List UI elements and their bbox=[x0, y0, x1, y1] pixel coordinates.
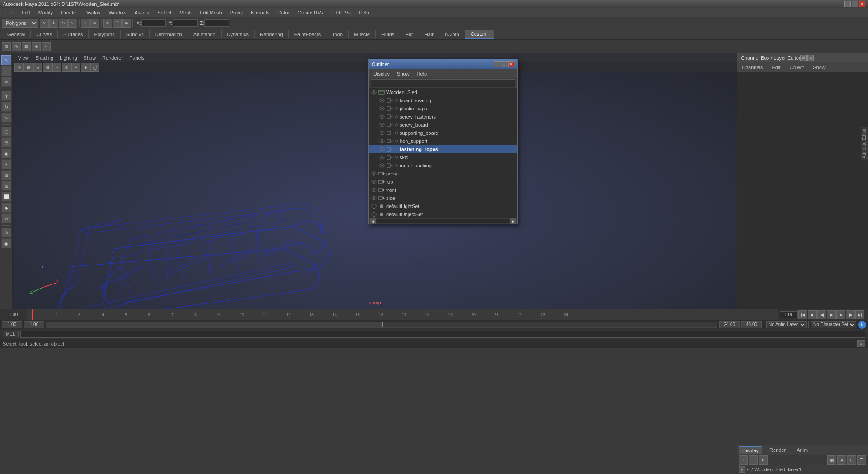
auto-key-btn[interactable]: K bbox=[858, 321, 866, 329]
go-start-btn[interactable]: |◀ bbox=[798, 310, 807, 319]
layer-tab-render[interactable]: Render bbox=[766, 446, 789, 454]
maximize-button[interactable]: □ bbox=[852, 1, 858, 7]
vp-menu-shading[interactable]: Shading bbox=[33, 55, 56, 61]
move-tool-btn[interactable]: ✛ bbox=[1, 91, 11, 101]
layer-icon-1[interactable]: ▦ bbox=[827, 455, 836, 465]
cut-btn[interactable]: ✂ bbox=[1, 159, 11, 169]
range-start-input[interactable]: 1.00 bbox=[2, 321, 22, 328]
next-frame-btn[interactable]: ▶ bbox=[836, 310, 845, 319]
snap-curve[interactable]: ⌒ bbox=[113, 19, 122, 28]
outliner-maximize[interactable]: □ bbox=[501, 61, 507, 67]
tree-item-persp[interactable]: persp bbox=[369, 170, 517, 178]
layer-options-btn[interactable]: ⚙ bbox=[759, 455, 768, 465]
close-button[interactable]: ✕ bbox=[859, 1, 865, 7]
outliner-scrollbar-h[interactable]: ◀ ▶ bbox=[369, 218, 517, 224]
tab-rendering[interactable]: Rendering bbox=[255, 30, 289, 38]
vp-menu-renderer[interactable]: Renderer bbox=[99, 55, 126, 61]
tree-item-skid[interactable]: skid bbox=[369, 153, 517, 161]
cb-tab-channels[interactable]: Channels bbox=[739, 64, 765, 71]
cb-tab-show[interactable]: Show bbox=[810, 64, 828, 71]
vis-icon-wooden_sled[interactable] bbox=[371, 89, 377, 95]
scale-tool-btn[interactable]: ⤡ bbox=[1, 113, 11, 123]
vis-icon-defaultObjectSet[interactable] bbox=[371, 211, 377, 218]
tab-custom[interactable]: Custom bbox=[465, 30, 494, 39]
rotate-tool-btn[interactable]: ↻ bbox=[1, 102, 11, 112]
menu-help[interactable]: Help bbox=[355, 9, 373, 16]
vis-icon-screw_board[interactable] bbox=[379, 122, 385, 128]
tree-item-wooden_sled[interactable]: Wooden_Sled bbox=[369, 88, 517, 96]
range-thumb[interactable] bbox=[382, 322, 383, 327]
vp-icon-2[interactable]: ▦ bbox=[24, 63, 33, 72]
tab-fur[interactable]: Fur bbox=[400, 30, 419, 38]
vis-icon-fastening_ropes[interactable] bbox=[379, 146, 385, 152]
tree-item-fastening_ropes[interactable]: fastening_ropes bbox=[369, 145, 517, 153]
new-layer-btn[interactable]: + bbox=[739, 455, 748, 465]
vp-icon-8[interactable]: ⊕ bbox=[81, 63, 90, 72]
tree-item-defaultLightSet[interactable]: defaultLightSet bbox=[369, 202, 517, 210]
scroll-left-btn[interactable]: ◀ bbox=[370, 218, 376, 224]
current-frame-input[interactable] bbox=[780, 311, 798, 318]
tree-item-screw_board[interactable]: screw_board bbox=[369, 121, 517, 129]
snap-grid[interactable]: # bbox=[103, 19, 112, 28]
vis-icon-plastic_caps[interactable] bbox=[379, 105, 385, 112]
select-tool[interactable]: ↖ bbox=[40, 19, 49, 28]
shelf-icon-4[interactable]: ◈ bbox=[32, 42, 41, 51]
tree-item-side[interactable]: side bbox=[369, 194, 517, 202]
lasso-tool-btn[interactable]: ○ bbox=[1, 66, 11, 76]
outliner-titlebar[interactable]: Outliner _ □ ✕ bbox=[369, 59, 517, 69]
outliner-menu-help[interactable]: Help bbox=[414, 70, 430, 77]
tab-deformation[interactable]: Deformation bbox=[150, 30, 188, 38]
character-set-select[interactable]: No Character Set bbox=[811, 321, 856, 328]
x-input[interactable] bbox=[141, 19, 166, 27]
range-end-input[interactable] bbox=[719, 321, 740, 328]
delete-layer-btn[interactable]: - bbox=[749, 455, 758, 465]
append-btn[interactable]: ▣ bbox=[1, 148, 11, 158]
soft-select-btn[interactable]: ⊙ bbox=[1, 228, 11, 237]
prev-key-btn[interactable]: ◀| bbox=[808, 310, 817, 319]
menu-modify[interactable]: Modify bbox=[35, 9, 57, 16]
range-max-input[interactable] bbox=[741, 321, 762, 328]
cb-tab-object[interactable]: Object bbox=[787, 64, 807, 71]
vis-icon-iron_support[interactable] bbox=[379, 138, 385, 144]
vis-icon-front[interactable] bbox=[371, 187, 377, 193]
tab-subdivs[interactable]: Subdivs bbox=[121, 30, 150, 38]
shelf-icon-5[interactable]: ✧ bbox=[42, 42, 51, 51]
menu-window[interactable]: Window bbox=[105, 9, 130, 16]
shelf-icon-1[interactable]: ⊞ bbox=[2, 42, 11, 51]
offset-edge-btn[interactable]: ⬜ bbox=[1, 192, 11, 202]
vp-icon-9[interactable]: ◯ bbox=[90, 63, 99, 72]
menu-normals[interactable]: Normals bbox=[247, 9, 273, 16]
menu-proxy[interactable]: Proxy bbox=[226, 9, 246, 16]
menu-display[interactable]: Display bbox=[80, 9, 104, 16]
menu-create[interactable]: Create bbox=[57, 9, 80, 16]
outliner-close[interactable]: ✕ bbox=[508, 61, 514, 67]
menu-color[interactable]: Color bbox=[274, 9, 293, 16]
tree-item-front[interactable]: front bbox=[369, 186, 517, 194]
shelf-icon-3[interactable]: ▦ bbox=[22, 42, 31, 51]
layer-tab-anim[interactable]: Anim bbox=[793, 446, 811, 454]
tab-curves[interactable]: Curves bbox=[31, 30, 58, 38]
h-scroll-track[interactable] bbox=[376, 219, 510, 223]
layer-row-1[interactable]: V / / Wooden_Sled_layer1 bbox=[737, 465, 868, 474]
tab-animation[interactable]: Animation bbox=[188, 30, 222, 38]
merge-btn[interactable]: ⇔ bbox=[1, 213, 11, 223]
vp-icon-7[interactable]: ☀ bbox=[71, 63, 80, 72]
vis-icon-side[interactable] bbox=[371, 195, 377, 201]
tab-fluids[interactable]: Fluids bbox=[376, 30, 400, 38]
tab-muscle[interactable]: Muscle bbox=[349, 30, 376, 38]
tree-item-screw_fasteners[interactable]: screw_fasteners bbox=[369, 113, 517, 121]
tab-hair[interactable]: Hair bbox=[419, 30, 439, 38]
lasso-tool[interactable]: ○ bbox=[81, 19, 90, 28]
play-btn[interactable]: ▶ bbox=[827, 310, 836, 319]
outliner-search[interactable] bbox=[371, 79, 515, 87]
timeline-numbers[interactable]: 1 2 3 4 5 6 7 8 9 10 11 12 13 14 15 16 1… bbox=[27, 309, 778, 320]
outliner-menu-show[interactable]: Show bbox=[394, 70, 412, 77]
shelf-icon-2[interactable]: ◎ bbox=[12, 42, 21, 51]
bridge-btn[interactable]: ⊟ bbox=[1, 137, 11, 147]
vp-icon-6[interactable]: ◐ bbox=[62, 63, 71, 72]
tab-surfaces[interactable]: Surfaces bbox=[58, 30, 89, 38]
layer-icon-2[interactable]: ◈ bbox=[837, 455, 846, 465]
menu-mesh[interactable]: Mesh bbox=[176, 9, 195, 16]
layer-visible-btn[interactable]: V bbox=[739, 466, 745, 473]
tree-item-board_seating[interactable]: board_seating bbox=[369, 96, 517, 104]
